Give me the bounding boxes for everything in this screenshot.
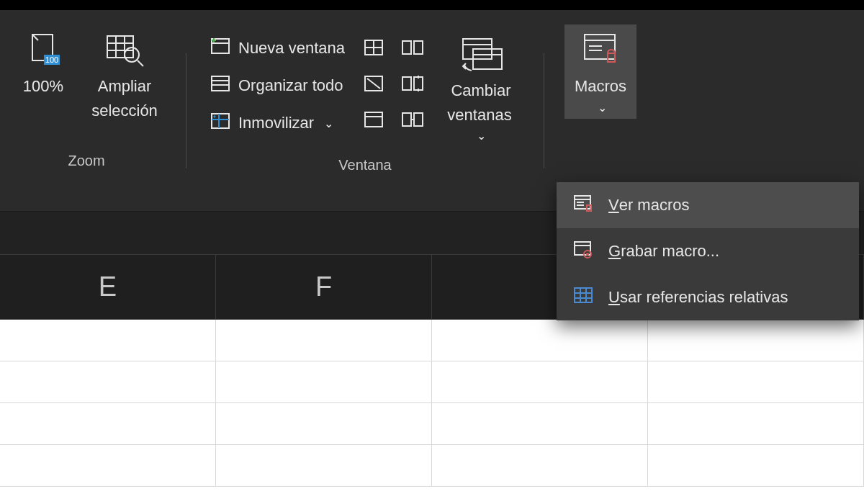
ribbon: 100 100% Ampliar selección Zoom: [0, 10, 864, 212]
grid-row: [0, 445, 864, 487]
cell[interactable]: [648, 445, 864, 486]
menu-item-record-macro[interactable]: Grabar macro...: [557, 228, 859, 274]
cell[interactable]: [648, 361, 864, 402]
zoom-100-button[interactable]: 100 100%: [7, 24, 79, 101]
column-header-e-label: E: [99, 271, 117, 302]
macros-icon: [579, 29, 622, 72]
unhide-window-button[interactable]: [361, 107, 387, 132]
column-header-f[interactable]: F: [216, 255, 432, 319]
cell[interactable]: [648, 403, 864, 444]
cell[interactable]: [432, 361, 648, 402]
split-button[interactable]: [361, 35, 387, 60]
window-iconcol-2: [400, 29, 426, 132]
switch-windows-icon: [457, 33, 505, 76]
svg-rect-22: [575, 288, 592, 302]
zoom-100-icon: 100: [24, 29, 63, 72]
svg-rect-10: [414, 41, 423, 54]
group-label-macros: [598, 153, 603, 169]
grid-row: [0, 320, 864, 361]
new-window-label: Nueva ventana: [238, 39, 345, 58]
svg-rect-13: [402, 113, 411, 126]
chevron-down-icon: ⌄: [324, 117, 333, 130]
macros-dropdown: Ver macros Grabar macro... Usar referenc…: [557, 182, 859, 320]
view-macros-icon: [572, 194, 594, 217]
group-label-window: Ventana: [338, 157, 391, 174]
ribbon-group-zoom: 100 100% Ampliar selección Zoom: [0, 24, 173, 169]
column-header-e[interactable]: E: [0, 255, 216, 319]
window-main-stack: Nueva ventana Organizar todo Inmovilizar…: [207, 29, 348, 137]
cell[interactable]: [0, 361, 216, 402]
macros-button[interactable]: Macros ⌄: [564, 24, 636, 119]
ribbon-group-macros: Macros ⌄: [557, 24, 644, 169]
svg-rect-9: [402, 41, 411, 54]
cell[interactable]: [432, 445, 648, 486]
menu-item-view-macros[interactable]: Ver macros: [557, 182, 859, 228]
macros-label: Macros: [575, 76, 626, 96]
grid-icon: [572, 286, 594, 309]
freeze-icon: [210, 112, 231, 135]
side-by-side-button[interactable]: [400, 35, 426, 60]
freeze-panes-button[interactable]: Inmovilizar ⌄: [207, 109, 348, 137]
group-label-zoom: Zoom: [68, 153, 104, 169]
hide-window-button[interactable]: [361, 71, 387, 96]
svg-rect-12: [414, 77, 423, 90]
new-window-icon: [210, 37, 231, 60]
cell[interactable]: [216, 320, 432, 361]
ribbon-group-window: Nueva ventana Organizar todo Inmovilizar…: [199, 24, 531, 174]
menu-item-relative-refs-label: Usar referencias relativas: [608, 288, 788, 307]
cell[interactable]: [216, 361, 432, 402]
cell[interactable]: [0, 403, 216, 444]
grid-row: [0, 403, 864, 445]
arrange-all-label: Organizar todo: [238, 76, 343, 95]
window-iconcol-1: [361, 29, 387, 132]
switch-windows-l1: Cambiar: [451, 81, 510, 101]
svg-point-21: [586, 253, 589, 256]
reset-position-button[interactable]: [400, 107, 426, 132]
menu-item-view-macros-label: Ver macros: [608, 196, 689, 215]
cell[interactable]: [0, 445, 216, 486]
sync-scroll-button[interactable]: [400, 71, 426, 96]
menu-item-relative-refs[interactable]: Usar referencias relativas: [557, 274, 859, 320]
chevron-down-icon: ⌄: [598, 101, 607, 114]
svg-text:100: 100: [45, 55, 58, 64]
cell[interactable]: [432, 320, 648, 361]
svg-rect-8: [365, 112, 382, 127]
switch-windows-l2: ventanas ⌄: [441, 105, 521, 145]
arrange-icon: [210, 74, 231, 97]
zoom-100-label: 100%: [23, 76, 63, 96]
svg-rect-11: [402, 77, 411, 90]
zoom-selection-button[interactable]: Ampliar selección: [84, 24, 166, 125]
cell[interactable]: [432, 403, 648, 444]
zoom-selection-l1: Ampliar: [98, 76, 152, 96]
new-window-button[interactable]: Nueva ventana: [207, 35, 348, 62]
column-header-f-label: F: [315, 271, 332, 302]
group-separator: [544, 53, 544, 168]
group-separator: [186, 53, 186, 168]
svg-rect-14: [414, 113, 423, 126]
titlebar: [0, 0, 864, 10]
switch-windows-button[interactable]: Cambiar ventanas ⌄: [438, 29, 523, 149]
cell[interactable]: [216, 403, 432, 444]
menu-item-record-macro-label: Grabar macro...: [608, 242, 719, 261]
arrange-all-button[interactable]: Organizar todo: [207, 72, 348, 99]
magnify-grid-icon: [103, 29, 146, 72]
cell[interactable]: [648, 320, 864, 361]
chevron-down-icon: ⌄: [477, 130, 486, 142]
spreadsheet-grid[interactable]: [0, 320, 864, 504]
svg-rect-4: [212, 76, 229, 91]
zoom-selection-l2: selección: [91, 101, 158, 121]
freeze-label: Inmovilizar: [238, 114, 314, 132]
grid-row: [0, 361, 864, 403]
cell[interactable]: [216, 445, 432, 486]
record-macro-icon: [572, 240, 594, 263]
cell[interactable]: [0, 320, 216, 361]
